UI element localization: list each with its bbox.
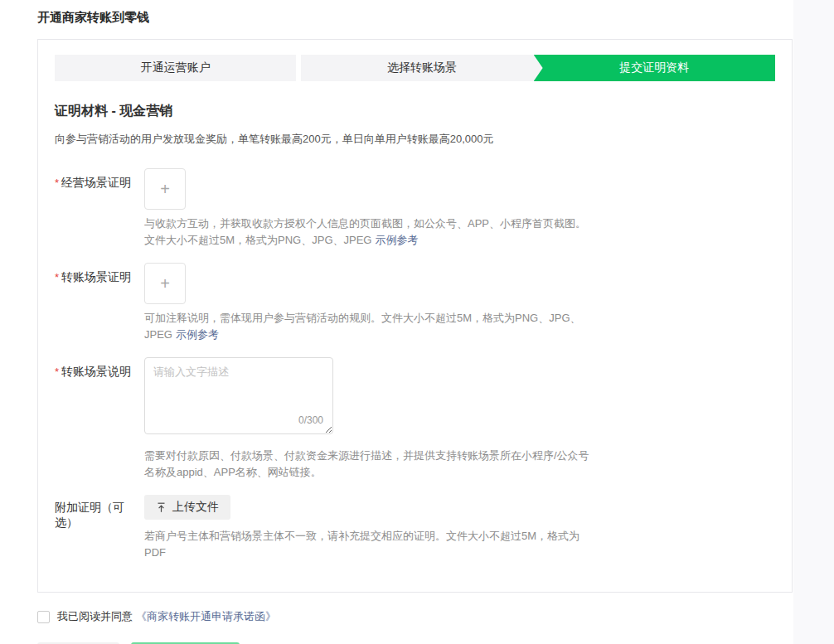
form-card: 开通运营账户 选择转账场景 提交证明资料 证明材料 - 现金营销 向参与营销活动… — [37, 39, 793, 593]
step-submit-proof-active[interactable]: 提交证明资料 — [534, 55, 775, 81]
agreement-text: 我已阅读并同意 — [57, 609, 133, 624]
upload-icon — [156, 502, 167, 513]
field-label-text: 附加证明（可选） — [55, 501, 124, 529]
wizard-stepper: 开通运营账户 选择转账场景 提交证明资料 — [55, 55, 775, 81]
field-label: *经营场景证明 — [55, 168, 144, 249]
field-row-additional-proof: 附加证明（可选） 上传文件 若商户号主体和营销场景主体不一致，请补充提交相应的证… — [55, 495, 775, 561]
upload-file-button[interactable]: 上传文件 — [144, 495, 230, 520]
field-helper-text: 可加注释说明，需体现用户参与营销活动的规则。文件大小不超过5M，格式为PNG、J… — [144, 310, 596, 343]
section-title: 证明材料 - 现金营销 — [55, 103, 775, 120]
example-reference-link[interactable]: 示例参考 — [375, 234, 418, 246]
page-title: 开通商家转账到零钱 — [37, 10, 834, 26]
field-label: *转账场景证明 — [55, 263, 144, 343]
required-asterisk: * — [55, 177, 59, 189]
section-description: 向参与营销活动的用户发放现金奖励，单笔转账最高200元，单日向单用户转账最高20… — [55, 132, 775, 147]
required-asterisk: * — [55, 271, 59, 283]
required-asterisk: * — [55, 366, 59, 378]
merchant-transfer-setup-page: 开通商家转账到零钱 开通运营账户 选择转账场景 提交证明资料 证明材料 - 现金… — [0, 0, 834, 644]
field-label-text: 转账场景说明 — [61, 365, 131, 378]
plus-icon: + — [160, 275, 170, 292]
transfer-scene-description-input[interactable] — [144, 357, 333, 434]
field-helper-text: 与收款方互动，并获取收款方授权个人信息的页面截图，如公众号、APP、小程序首页截… — [144, 215, 596, 249]
field-label: *转账场景说明 — [55, 357, 144, 481]
field-label-text: 经营场景证明 — [61, 176, 131, 189]
step-open-operating-account[interactable]: 开通运营账户 — [55, 55, 296, 81]
upload-button-label: 上传文件 — [172, 500, 219, 515]
field-helper-text: 需要对付款原因、付款场景、付款资金来源进行描述，并提供支持转账场景所在小程序/公… — [144, 448, 596, 481]
upload-box-transfer-scene[interactable]: + — [144, 263, 186, 304]
upload-box-business-scene[interactable]: + — [144, 168, 186, 210]
agreement-checkbox[interactable] — [37, 611, 50, 623]
field-helper-text: 若商户号主体和营销场景主体不一致，请补充提交相应的证明。文件大小不超过5M，格式… — [144, 528, 596, 561]
field-row-transfer-scene-description: *转账场景说明 0/300 需要对付款原因、付款场景、付款资金来源进行描述，并提… — [55, 357, 775, 481]
agreement-row: 我已阅读并同意 《商家转账开通申请承诺函》 — [37, 609, 834, 624]
field-row-business-scene-proof: *经营场景证明 + 与收款方互动，并获取收款方授权个人信息的页面截图，如公众号、… — [55, 168, 775, 249]
example-reference-link[interactable]: 示例参考 — [176, 328, 219, 341]
field-label: 附加证明（可选） — [55, 495, 144, 561]
step-choose-transfer-scene[interactable]: 选择转账场景 — [301, 55, 542, 81]
field-label-text: 转账场景证明 — [61, 270, 131, 283]
field-row-transfer-scene-proof: *转账场景证明 + 可加注释说明，需体现用户参与营销活动的规则。文件大小不超过5… — [55, 263, 775, 343]
plus-icon: + — [160, 181, 170, 197]
commitment-letter-link[interactable]: 《商家转账开通申请承诺函》 — [136, 609, 276, 624]
